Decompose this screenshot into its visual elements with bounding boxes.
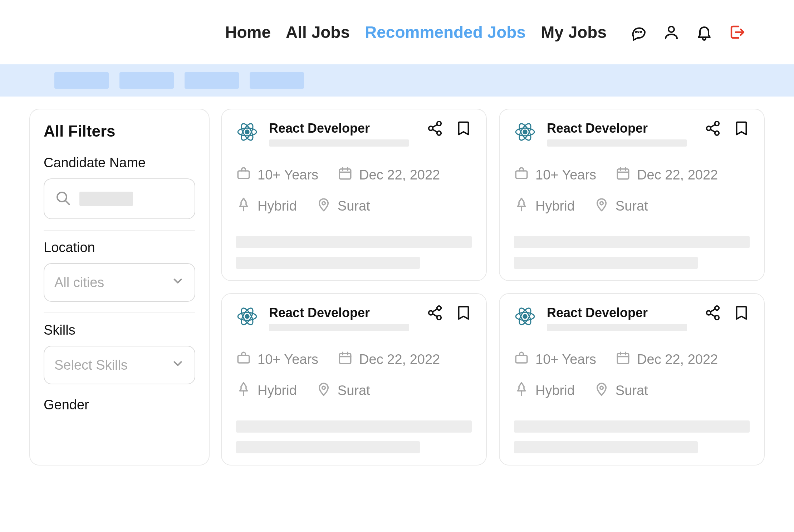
location-icon: [316, 381, 331, 400]
nav-link-all-jobs[interactable]: All Jobs: [286, 23, 350, 42]
logout-icon[interactable]: [727, 23, 747, 42]
job-experience: 10+ Years: [535, 167, 596, 183]
nav-link-home[interactable]: Home: [225, 23, 271, 42]
job-title: React Developer: [269, 121, 416, 136]
react-icon: [236, 305, 258, 327]
svg-line-61: [710, 309, 715, 312]
svg-line-13: [432, 124, 437, 127]
location-icon: [594, 381, 609, 400]
job-subtitle-placeholder: [547, 139, 687, 147]
svg-line-14: [432, 129, 437, 132]
job-desc-line: [514, 441, 698, 453]
job-experience: 10+ Years: [258, 167, 318, 183]
chip-placeholder: [119, 72, 174, 89]
top-nav: Home All Jobs Recommended Jobs My Jobs: [0, 0, 794, 64]
skills-label: Skills: [44, 322, 195, 338]
svg-point-21: [322, 202, 325, 205]
svg-point-6: [245, 130, 249, 134]
job-subtitle-placeholder: [547, 324, 687, 331]
svg-line-45: [432, 309, 437, 312]
share-icon[interactable]: [427, 120, 443, 137]
svg-point-1: [638, 31, 639, 32]
input-value-placeholder: [79, 192, 133, 206]
share-icon[interactable]: [427, 305, 443, 321]
share-icon[interactable]: [705, 305, 721, 321]
location-label: Location: [44, 240, 195, 255]
filters-title: All Filters: [44, 122, 195, 140]
job-date: Dec 22, 2022: [359, 167, 440, 183]
job-card[interactable]: React Developer 10+ Years Dec 22, 2022 H…: [499, 293, 765, 466]
main-content: All Filters Candidate Name Location All …: [0, 97, 794, 466]
svg-rect-64: [617, 354, 629, 364]
location-select[interactable]: All cities: [44, 263, 195, 302]
bookmark-icon[interactable]: [733, 305, 750, 321]
job-card[interactable]: React Developer 10+ Years Dec 22, 2022 H…: [499, 109, 765, 281]
briefcase-icon: [236, 166, 251, 184]
svg-rect-31: [516, 171, 527, 178]
svg-point-38: [245, 315, 249, 318]
chat-icon[interactable]: [629, 23, 648, 42]
chevron-down-icon: [171, 274, 185, 291]
svg-rect-16: [339, 169, 351, 179]
bookmark-icon[interactable]: [455, 305, 472, 321]
svg-rect-47: [238, 355, 249, 363]
job-title: React Developer: [547, 305, 694, 320]
nav-links: Home All Jobs Recommended Jobs My Jobs: [225, 23, 607, 42]
nav-link-my-jobs[interactable]: My Jobs: [541, 23, 607, 42]
location-placeholder: All cities: [54, 275, 104, 290]
chevron-down-icon: [171, 357, 185, 374]
location-icon: [316, 197, 331, 215]
pin-icon: [514, 197, 529, 215]
share-icon[interactable]: [705, 120, 721, 137]
skills-placeholder: Select Skills: [54, 358, 128, 373]
svg-point-0: [636, 31, 636, 32]
briefcase-icon: [514, 350, 529, 369]
job-date: Dec 22, 2022: [637, 167, 718, 183]
job-city: Surat: [616, 383, 648, 398]
job-desc-line: [236, 420, 472, 433]
svg-point-54: [523, 315, 527, 318]
svg-point-53: [322, 386, 325, 389]
job-date: Dec 22, 2022: [637, 352, 718, 367]
svg-point-37: [600, 202, 603, 205]
svg-point-69: [600, 386, 603, 389]
nav-link-recommended-jobs[interactable]: Recommended Jobs: [365, 23, 526, 42]
pin-icon: [236, 197, 251, 215]
job-card[interactable]: React Developer 10+ Years Dec 22, 2022 H…: [221, 293, 487, 466]
bookmark-icon[interactable]: [455, 120, 472, 137]
calendar-icon: [616, 350, 631, 369]
job-grid: React Developer 10+ Years Dec 22, 2022 H…: [221, 109, 765, 466]
job-experience: 10+ Years: [258, 352, 318, 367]
user-icon[interactable]: [662, 23, 681, 42]
candidate-name-label: Candidate Name: [44, 155, 195, 171]
svg-line-5: [65, 200, 69, 205]
svg-rect-48: [339, 354, 351, 364]
react-icon: [514, 121, 536, 143]
chip-placeholder: [185, 72, 239, 89]
briefcase-icon: [514, 166, 529, 184]
divider: [44, 230, 195, 231]
calendar-icon: [616, 166, 631, 184]
job-subtitle-placeholder: [269, 324, 409, 331]
calendar-icon: [338, 350, 353, 369]
react-icon: [236, 121, 258, 143]
skills-select[interactable]: Select Skills: [44, 346, 195, 384]
location-icon: [594, 197, 609, 215]
job-desc-line: [236, 441, 420, 453]
chip-placeholder: [54, 72, 109, 89]
bell-icon[interactable]: [695, 23, 714, 42]
job-desc-line: [236, 236, 472, 248]
bookmark-icon[interactable]: [733, 120, 750, 137]
pin-icon: [236, 381, 251, 400]
job-desc-line: [236, 257, 420, 269]
job-desc-line: [514, 420, 750, 433]
candidate-name-input[interactable]: [44, 178, 195, 219]
svg-line-29: [710, 124, 715, 127]
gender-label: Gender: [44, 397, 195, 413]
divider: [44, 312, 195, 313]
filter-chip-strip: [0, 64, 794, 97]
filters-panel: All Filters Candidate Name Location All …: [29, 109, 210, 466]
job-experience: 10+ Years: [535, 352, 596, 367]
job-card[interactable]: React Developer 10+ Years Dec 22, 2022 H…: [221, 109, 487, 281]
calendar-icon: [338, 166, 353, 184]
